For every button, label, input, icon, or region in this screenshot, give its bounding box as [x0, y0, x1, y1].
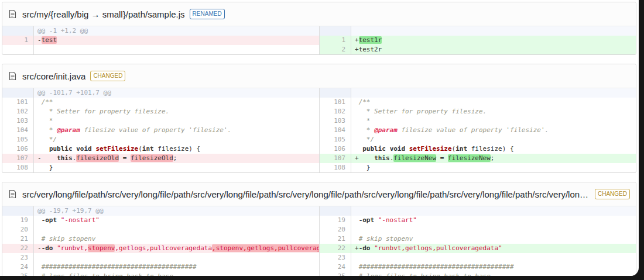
file-header[interactable]: src/my/{really/big → small}/path/sample.… — [2, 2, 636, 26]
line-number-cell — [320, 206, 351, 216]
code-cell: * @param filesize value of property 'fil… — [34, 126, 319, 135]
diff-row: 107- this.filesizeOld = filesizeOld; — [2, 154, 319, 163]
line-number-cell: 108 — [2, 163, 34, 172]
hunk-header-text — [351, 26, 636, 36]
diff-row: 102 * Setter for property filesize. — [2, 107, 319, 116]
code-cell: --do "runbvt,stopenv,getlogs,pullcoverag… — [34, 244, 319, 253]
code-cell: # logs files to bring back to base — [34, 272, 319, 276]
code-cell: # skip stopenv — [351, 234, 636, 244]
line-number-cell — [2, 88, 34, 98]
file-diff-list: src/my/{really/big → small}/path/sample.… — [2, 2, 639, 276]
diff-row: 105 */ — [320, 135, 636, 144]
code-cell: /** — [351, 98, 636, 107]
hunk-header-row: @@ -101,7 +101,7 @@ — [2, 88, 319, 98]
diff-row: 103 * — [320, 116, 636, 126]
file-name: src/very/long/file/path/src/very/long/fi… — [22, 189, 590, 199]
diff-row: 25 # logs files to bring back to base — [2, 272, 319, 276]
diff-row: 1+test1r — [320, 36, 636, 45]
line-number-cell: 101 — [320, 98, 351, 107]
file-header[interactable]: src/very/long/file/path/src/very/long/fi… — [2, 182, 636, 206]
code-cell: +test1r — [351, 36, 636, 45]
file-icon — [8, 71, 17, 81]
line-number-cell — [2, 45, 34, 54]
diff-row: 22+-do "runbvt,getlogs,pullcoveragedata" — [320, 244, 636, 253]
code-cell: - this.filesizeOld = filesizeOld; — [34, 154, 319, 163]
code-cell — [351, 253, 636, 262]
line-number-cell: 23 — [2, 253, 34, 262]
file-status-badge: CHANGED — [90, 71, 125, 81]
diff-row — [2, 45, 319, 54]
diff-row: 2+test2r — [320, 45, 636, 54]
code-cell: public void setFilesize(int filesize) { — [351, 144, 636, 154]
code-cell — [34, 225, 319, 234]
diff-right-panel: 1+test1r2+test2r — [319, 26, 636, 54]
file-name: src/core/init.java — [22, 71, 85, 81]
code-cell — [34, 253, 319, 262]
diff-row: 104 * @param filesize value of property … — [320, 126, 636, 135]
file-icon — [8, 9, 17, 19]
code-cell: * @param filesize value of property 'fil… — [351, 126, 636, 135]
code-cell: /** — [34, 98, 319, 107]
diff-row: 108 } — [320, 163, 636, 172]
diff-row: 108 } — [2, 163, 319, 172]
code-cell: + this.filesizeNew = filesizeNew; — [351, 154, 636, 163]
diff-row: 22--do "runbvt,stopenv,getlogs,pullcover… — [2, 244, 319, 253]
code-cell: */ — [351, 135, 636, 144]
line-number-cell — [2, 26, 34, 36]
hunk-header-row — [320, 26, 636, 36]
diff-row: 23 — [2, 253, 319, 262]
line-number-cell: 104 — [2, 126, 34, 135]
diff-left-panel: @@ -19,7 +19,7 @@19 -opt "-nostart"20 21… — [2, 206, 319, 276]
diff-left-panel: @@ -1 +1,2 @@1-test — [2, 26, 319, 54]
line-number-cell: 24 — [320, 262, 351, 272]
hunk-header-row: @@ -19,7 +19,7 @@ — [2, 206, 319, 216]
line-number-cell: 1 — [320, 36, 351, 45]
line-number-cell: 101 — [2, 98, 34, 107]
line-number-cell: 104 — [320, 126, 351, 135]
diff-row: 106 public void setFilesize(int filesize… — [2, 144, 319, 154]
line-number-cell: 106 — [320, 144, 351, 154]
code-cell: -opt "-nostart" — [351, 216, 636, 225]
code-cell: # logs files to bring back to base — [351, 272, 636, 276]
line-number-cell: 19 — [2, 216, 34, 225]
hunk-header-text — [351, 88, 636, 98]
line-number-cell: 105 — [2, 135, 34, 144]
code-cell: -test — [34, 36, 319, 45]
line-number-cell: 102 — [320, 107, 351, 116]
line-number-cell: 107 — [2, 154, 34, 163]
line-number-cell — [320, 26, 351, 36]
code-cell: * — [34, 116, 319, 126]
diff-right-panel: 101 /**102 * Setter for property filesiz… — [319, 88, 636, 172]
file-card: src/my/{really/big → small}/path/sample.… — [2, 2, 636, 55]
diff-viewer-page: src/my/{really/big → small}/path/sample.… — [0, 0, 639, 276]
hunk-header-text: @@ -19,7 +19,7 @@ — [34, 206, 319, 216]
file-status-badge: RENAMED — [190, 9, 225, 19]
diff-row: 102 * Setter for property filesize. — [320, 107, 636, 116]
diff-row: 24 #####################################… — [2, 262, 319, 272]
line-number-cell: 24 — [2, 262, 34, 272]
file-card: src/core/init.javaCHANGED@@ -101,7 +101,… — [2, 64, 636, 173]
line-number-cell: 1 — [2, 36, 34, 45]
diff-row: 25 # logs files to bring back to base — [320, 272, 636, 276]
line-number-cell — [2, 206, 34, 216]
diff-row: 107+ this.filesizeNew = filesizeNew; — [320, 154, 636, 163]
diff-row: 21 # skip stopenv — [2, 234, 319, 244]
line-number-cell: 108 — [320, 163, 351, 172]
line-number-cell: 105 — [320, 135, 351, 144]
hunk-header-text — [351, 206, 636, 216]
code-cell: */ — [34, 135, 319, 144]
diff-row: 1-test — [2, 36, 319, 45]
code-cell: } — [351, 163, 636, 172]
code-cell: ######################################## — [34, 262, 319, 272]
line-number-cell: 25 — [320, 272, 351, 276]
code-cell: * Setter for property filesize. — [34, 107, 319, 116]
line-number-cell: 23 — [320, 253, 351, 262]
diff-row: 23 — [320, 253, 636, 262]
code-cell: * — [351, 116, 636, 126]
code-cell: ######################################## — [351, 262, 636, 272]
hunk-header-row — [320, 206, 636, 216]
code-cell: public void setFilesize(int filesize) { — [34, 144, 319, 154]
code-cell: # skip stopenv — [34, 234, 319, 244]
file-header[interactable]: src/core/init.javaCHANGED — [2, 64, 636, 88]
line-number-cell: 21 — [320, 234, 351, 244]
